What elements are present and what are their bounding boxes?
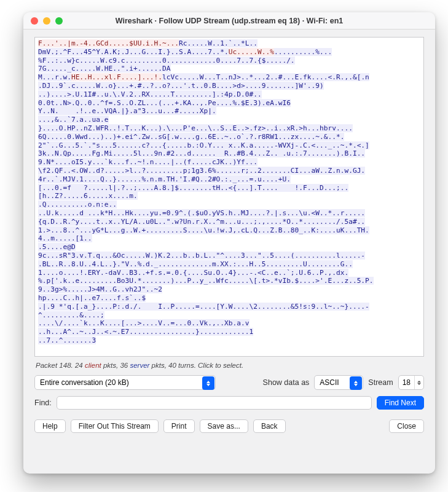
stream-value: 18	[399, 378, 414, 387]
titlebar: Wireshark · Follow UDP Stream (udp.strea…	[23, 12, 435, 30]
conversation-select-value: Entire conversation (20 kB)	[40, 378, 129, 387]
packet-summary: Packet 148. 24 client pkts, 36 server pk…	[36, 362, 424, 369]
minimize-window-icon[interactable]	[43, 17, 50, 25]
find-next-button[interactable]: Find Next	[377, 396, 424, 410]
fullscreen-window-icon[interactable]	[55, 17, 63, 25]
conversation-select[interactable]: Entire conversation (20 kB)	[34, 375, 216, 390]
find-label: Find:	[34, 399, 52, 407]
find-input[interactable]	[57, 396, 372, 410]
close-button[interactable]: Close	[389, 419, 424, 433]
close-window-icon[interactable]	[31, 17, 38, 25]
window-title: Wireshark · Follow UDP Stream (udp.strea…	[23, 17, 435, 25]
show-data-as-select[interactable]: ASCII	[314, 375, 363, 390]
stepper-arrows-icon	[414, 376, 423, 389]
help-button[interactable]: Help	[34, 419, 66, 433]
chevron-updown-icon	[350, 376, 362, 390]
show-data-as-label: Show data as	[263, 378, 310, 387]
filter-out-stream-button[interactable]: Filter Out This Stream	[71, 419, 159, 433]
chevron-updown-icon	[202, 376, 214, 390]
save-as-button[interactable]: Save as...	[200, 419, 248, 433]
print-button[interactable]: Print	[163, 419, 195, 433]
stream-label: Stream	[368, 378, 393, 387]
stream-stepper[interactable]: 18	[398, 375, 424, 390]
back-button[interactable]: Back	[253, 419, 286, 433]
stream-text-area[interactable]: F...'..|m.-4..GCd.....$UU.i.H.~...Rc....…	[34, 37, 424, 357]
show-data-as-value: ASCII	[320, 378, 339, 387]
